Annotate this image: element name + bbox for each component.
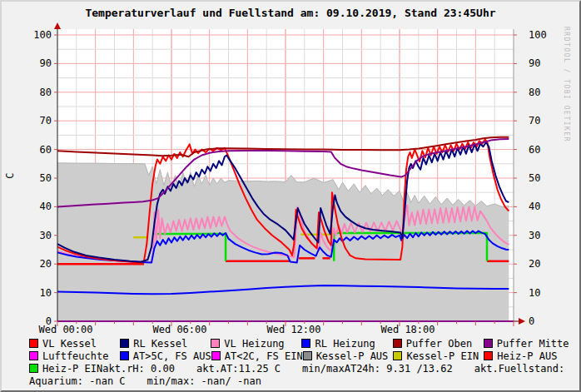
y-axis-tick-label: 30 bbox=[40, 230, 52, 241]
legend-footer-row: Aquarium: -nan Cmin/max: -nan/ -nan bbox=[29, 375, 574, 387]
footer-value: min/max: -nan/ -nan bbox=[147, 375, 261, 387]
y-axis-tick-label: 70 bbox=[529, 115, 540, 127]
legend-swatch bbox=[211, 351, 221, 360]
legend-item-vl-kessel: VL Kessel bbox=[29, 338, 120, 350]
legend-swatch bbox=[484, 339, 493, 348]
legend-item-label: RL Kessel bbox=[133, 338, 187, 350]
y-axis-tick-label: 80 bbox=[40, 87, 52, 98]
legend-item-kessel-p-ein: Kessel-P EIN bbox=[393, 350, 484, 362]
legend-item-heiz-p-ein: Heiz-P EIN bbox=[29, 363, 102, 375]
rrdtool-graph-frame: Temperaturverlauf und Fuellstand am: 09.… bbox=[0, 0, 581, 392]
footer-value: Aquarium: -nan C bbox=[29, 375, 126, 387]
legend-swatch bbox=[120, 339, 129, 348]
legend-item-at-5c-fs-aus: AT>5C, FS AUS bbox=[120, 350, 211, 362]
legend-item-label: VL Kessel bbox=[42, 338, 97, 350]
y-axis-tick-label: 50 bbox=[529, 172, 540, 184]
y-axis-tick-label: 10 bbox=[529, 287, 540, 299]
x-axis-tick-label: Wed 18:00 bbox=[380, 324, 435, 335]
legend-swatch bbox=[211, 339, 220, 348]
y-axis-tick-label: 40 bbox=[40, 201, 52, 212]
legend-swatch bbox=[29, 364, 38, 373]
y-axis-tick-label: 80 bbox=[529, 87, 540, 98]
chart-legend: VL KesselRL KesselVL HeizungRL HeizungPu… bbox=[29, 337, 574, 387]
legend-item-label: Heiz-P AUS bbox=[497, 350, 557, 362]
y-axis-tick-label: 20 bbox=[40, 258, 52, 270]
legend-item-at-2c-fs-ein: AT<2C, FS EIN bbox=[211, 350, 303, 362]
legend-item-label: Luftfeuchte bbox=[42, 350, 108, 362]
stat-value: min/maxAT24h: 9.31 /13.62 bbox=[302, 363, 453, 375]
y-axis-tick-label: 20 bbox=[529, 258, 540, 270]
temperature-chart: 0010102020303040405050606070708080909010… bbox=[2, 2, 581, 336]
legend-item-label: Puffer Mitte bbox=[497, 338, 569, 350]
y-axis-tick-label: 70 bbox=[40, 115, 52, 127]
y-axis-tick-label: 90 bbox=[529, 57, 540, 69]
legend-swatch bbox=[484, 351, 493, 360]
legend-item-rl-kessel: RL Kessel bbox=[120, 338, 211, 350]
legend-item-luftfeuchte: Luftfeuchte bbox=[29, 350, 120, 362]
legend-swatch bbox=[29, 339, 38, 348]
y-axis-tick-label: 50 bbox=[40, 172, 52, 184]
legend-swatch bbox=[393, 351, 402, 360]
legend-item-label: AT>5C, FS AUS bbox=[133, 350, 211, 362]
y-axis-tick-label: 10 bbox=[40, 287, 52, 299]
legend-item-label: Kessel-P EIN bbox=[406, 350, 479, 362]
y-axis-tick-label: 100 bbox=[33, 29, 52, 41]
x-axis-arrow bbox=[519, 318, 525, 325]
legend-item-label: Puffer Oben bbox=[406, 338, 472, 350]
x-axis-tick-label: Wed 12:00 bbox=[266, 324, 320, 335]
legend-item-heiz-p-aus: Heiz-P AUS bbox=[484, 350, 574, 362]
legend-item-label: RL Heizung bbox=[315, 338, 375, 350]
y-axis-tick-label: 60 bbox=[40, 144, 52, 156]
x-axis-tick-label: Wed 06:00 bbox=[152, 324, 206, 335]
legend-item-label: VL Heizung bbox=[224, 338, 284, 350]
legend-row: VL KesselRL KesselVL HeizungRL HeizungPu… bbox=[29, 337, 574, 350]
legend-item-puffer-oben: Puffer Oben bbox=[393, 338, 484, 350]
y-axis-tick-label: 40 bbox=[529, 201, 540, 212]
y-axis-tick-label: 30 bbox=[529, 230, 540, 241]
legend-item-label: Kessel-P AUS bbox=[316, 350, 389, 362]
legend-swatch bbox=[301, 339, 310, 348]
y-axis-tick-label: 0 bbox=[529, 315, 534, 327]
stat-value: akt.rH: 0.00 bbox=[102, 363, 175, 375]
legend-item-label: AT<2C, FS EIN bbox=[225, 350, 303, 362]
stat-value: akt.AT:11.25 C bbox=[196, 363, 281, 375]
legend-stats-row: Heiz-P EINakt.rH: 0.00akt.AT:11.25 Cmin/… bbox=[29, 362, 574, 375]
legend-swatch bbox=[393, 339, 402, 348]
legend-row: LuftfeuchteAT>5C, FS AUSAT<2C, FS EINKes… bbox=[29, 350, 574, 362]
y-axis-tick-label: 90 bbox=[40, 57, 52, 69]
x-axis-tick-label: Wed 00:00 bbox=[38, 324, 92, 335]
legend-swatch bbox=[120, 351, 129, 360]
legend-item-vl-heizung: VL Heizung bbox=[211, 338, 301, 350]
legend-swatch bbox=[29, 351, 38, 360]
legend-item-puffer-mitte: Puffer Mitte bbox=[484, 338, 574, 350]
legend-swatch bbox=[303, 351, 312, 360]
legend-item-kessel-p-aus: Kessel-P AUS bbox=[303, 350, 394, 362]
stat-value: akt.Fuellstand: 39 bbox=[474, 363, 581, 375]
legend-item-label: Heiz-P EIN bbox=[42, 363, 102, 375]
y-axis-arrow bbox=[54, 22, 61, 29]
y-axis-tick-label: 100 bbox=[529, 29, 547, 41]
legend-item-rl-heizung: RL Heizung bbox=[301, 338, 392, 350]
y-axis-tick-label: 60 bbox=[529, 144, 540, 156]
